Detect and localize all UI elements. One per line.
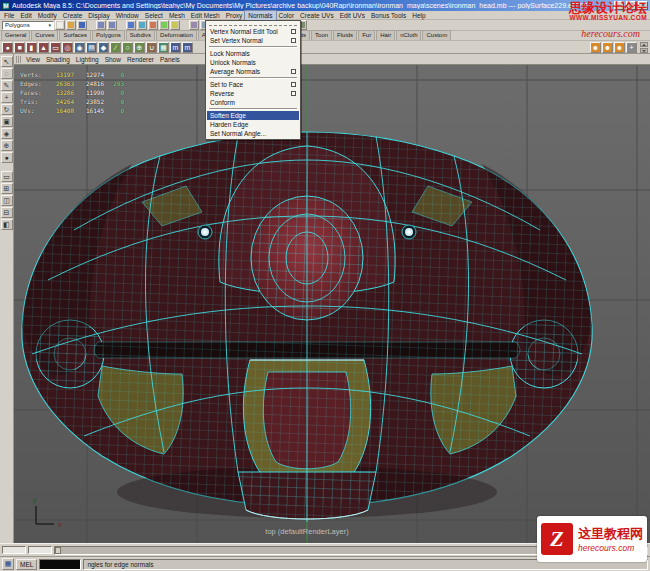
hair[interactable]: Hair: [376, 30, 395, 40]
snap-plane-icon[interactable]: [159, 20, 169, 30]
poly-cylinder-icon[interactable]: ▮: [26, 42, 37, 53]
viewport-panel[interactable]: ViewShadingLightingShowRendererPanels: [14, 54, 650, 543]
general[interactable]: General: [1, 30, 30, 40]
two-pane-side-layout-icon[interactable]: ◫: [1, 195, 13, 206]
snap-grid-icon[interactable]: [126, 20, 136, 30]
save-scene-icon[interactable]: [77, 20, 87, 30]
normals[interactable]: Normals: [245, 11, 275, 20]
menu-item-harden-edge[interactable]: Harden Edge: [207, 120, 299, 129]
mesh[interactable]: Mesh: [166, 11, 188, 20]
undo-icon[interactable]: [96, 20, 106, 30]
menu-item-reverse[interactable]: Reverse: [207, 89, 299, 98]
option-box-icon[interactable]: [291, 29, 296, 34]
edit-uvs[interactable]: Edit UVs: [337, 11, 368, 20]
single-pane-layout-icon[interactable]: ▭: [1, 171, 13, 182]
view[interactable]: View: [23, 56, 43, 63]
toon[interactable]: Toon: [311, 30, 332, 40]
menu-set-selector[interactable]: Polygons ▾: [2, 21, 54, 30]
redo-icon[interactable]: [107, 20, 117, 30]
create[interactable]: Create: [60, 11, 86, 20]
file[interactable]: File: [1, 11, 17, 20]
panel-grip-icon[interactable]: [16, 56, 22, 63]
surfaces[interactable]: Surfaces: [59, 30, 91, 40]
help[interactable]: Help: [409, 11, 428, 20]
lasso-select-tool-icon[interactable]: ◌: [1, 68, 13, 79]
menu-item-set-vertex-normal[interactable]: Set Vertex Normal: [207, 36, 299, 45]
poly-cone-icon[interactable]: ▲: [38, 42, 49, 53]
color[interactable]: Color: [276, 11, 298, 20]
select-tool-icon[interactable]: ↖: [1, 56, 13, 67]
modify[interactable]: Modify: [35, 11, 60, 20]
custom-tool-icon[interactable]: +: [626, 42, 637, 53]
option-box-icon[interactable]: [291, 38, 296, 43]
menu-item-vertex-normal-edit-tool[interactable]: Vertex Normal Edit Tool: [207, 27, 299, 36]
menu-item-lock-normals[interactable]: Lock Normals: [207, 49, 299, 58]
poly-cube-icon[interactable]: ■: [14, 42, 25, 53]
mel-input-field[interactable]: [39, 559, 81, 570]
lighting[interactable]: Lighting: [73, 56, 102, 63]
ncloth[interactable]: nCloth: [396, 30, 421, 40]
universal-manip-tool-icon[interactable]: ◈: [1, 128, 13, 139]
curves[interactable]: Curves: [31, 30, 58, 40]
menu-separator[interactable]: [209, 77, 297, 79]
subdivs[interactable]: Subdivs: [126, 30, 155, 40]
display[interactable]: Display: [85, 11, 112, 20]
select-hierarchy-icon[interactable]: [189, 20, 199, 30]
combine-icon[interactable]: ⊕: [134, 42, 145, 53]
menu-item-set-normal-angle[interactable]: Set Normal Angle...: [207, 129, 299, 138]
poly-sphere-icon[interactable]: ●: [2, 42, 13, 53]
outliner-persp-layout-icon[interactable]: ◧: [1, 219, 13, 230]
panel-icon[interactable]: ▦: [2, 558, 14, 570]
proxy[interactable]: Proxy: [223, 11, 246, 20]
option-box-icon[interactable]: [291, 82, 296, 87]
renderer[interactable]: Renderer: [124, 56, 157, 63]
poly-plane-icon[interactable]: ▭: [50, 42, 61, 53]
menu-item-conform[interactable]: Conform: [207, 98, 299, 107]
poly-torus-icon[interactable]: ◎: [62, 42, 73, 53]
deformation[interactable]: Deformation: [156, 30, 197, 40]
menu-item-set-to-face[interactable]: Set to Face: [207, 80, 299, 89]
viewport-canvas[interactable]: x y top (defaultRenderLayer): [14, 54, 650, 543]
fur[interactable]: Fur: [358, 30, 375, 40]
shelf-scroll-down-icon[interactable]: [640, 48, 648, 53]
shading[interactable]: Shading: [43, 56, 73, 63]
menu-separator[interactable]: [209, 46, 297, 48]
range-handle-left[interactable]: [55, 547, 61, 554]
polygons[interactable]: Polygons: [92, 30, 125, 40]
open-scene-icon[interactable]: [66, 20, 76, 30]
menu-item-unlock-normals[interactable]: Unlock Normals: [207, 58, 299, 67]
shelf-scroll-up-icon[interactable]: [640, 42, 648, 47]
four-pane-layout-icon[interactable]: ⊞: [1, 183, 13, 194]
menu-item-soften-edge[interactable]: Soften Edge: [207, 111, 299, 120]
range-start-field[interactable]: [2, 546, 26, 554]
panels[interactable]: Panels: [157, 56, 183, 63]
edit[interactable]: Edit: [17, 11, 34, 20]
mel-toggle-button[interactable]: MEL: [16, 559, 37, 570]
menu-tearoff-handle[interactable]: [209, 22, 297, 26]
window[interactable]: Window: [113, 11, 142, 20]
mel-script-icon-2[interactable]: m: [182, 42, 193, 53]
scale-tool-icon[interactable]: ▣: [1, 116, 13, 127]
snap-curve-icon[interactable]: [137, 20, 147, 30]
two-pane-stacked-layout-icon[interactable]: ⊟: [1, 207, 13, 218]
menu-item-average-normals[interactable]: Average Normals: [207, 67, 299, 76]
move-tool-icon[interactable]: +: [1, 92, 13, 103]
smooth-mesh-icon[interactable]: ◉: [74, 42, 85, 53]
show[interactable]: Show: [102, 56, 124, 63]
menu-separator[interactable]: [209, 108, 297, 110]
merge-vertices-icon[interactable]: ○: [122, 42, 133, 53]
bonus-tool-icon[interactable]: ☻: [590, 42, 601, 53]
select[interactable]: Select: [142, 11, 166, 20]
option-box-icon[interactable]: [291, 69, 296, 74]
bonus-tools[interactable]: Bonus Tools: [368, 11, 409, 20]
extrude-face-icon[interactable]: ▤: [86, 42, 97, 53]
create-uvs[interactable]: Create UVs: [297, 11, 337, 20]
mel-script-icon[interactable]: m: [170, 42, 181, 53]
split-polygon-icon[interactable]: ∕: [110, 42, 121, 53]
new-scene-icon[interactable]: [55, 20, 65, 30]
paint-select-tool-icon[interactable]: ✎: [1, 80, 13, 91]
boolean-union-icon[interactable]: ∪: [146, 42, 157, 53]
option-box-icon[interactable]: [291, 91, 296, 96]
show-manip-tool-icon[interactable]: ⊕: [1, 140, 13, 151]
make-live-icon[interactable]: [170, 20, 180, 30]
